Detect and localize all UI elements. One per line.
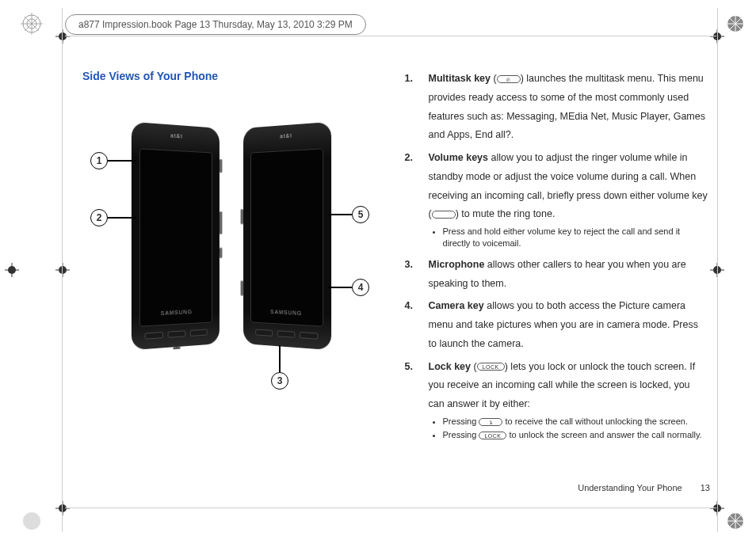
page-number: 13 [701,483,710,492]
document-header-tag: a877 Impression.book Page 13 Thursday, M… [65,14,366,35]
multitask-key-icon: ⎚ [497,75,521,83]
sub-bullet: Pressing LOCK to unlock the screen and a… [443,429,708,441]
registration-mark-icon [21,13,43,35]
feature-item-microphone: 3. Microphone allows other callers to he… [405,256,708,294]
phone-carrier-label: at&t [280,132,292,139]
crop-guide-line [62,8,63,532]
feature-item-lock: 5. Lock key (LOCK) lets you lock or unlo… [405,358,708,443]
crop-mark-icon [5,263,19,277]
callout-2: 2 [90,209,136,226]
crop-guide-line [65,36,716,36]
crop-mark-icon [55,263,70,277]
crop-guide-line [717,8,718,532]
sub-bullet: Press and hold either volume key to reje… [443,226,708,250]
registration-mark-icon [21,510,43,532]
callout-5: 5 [328,206,369,223]
feature-item-camera: 4. Camera key allows you to both access … [405,297,708,353]
registration-mark-icon [724,510,746,532]
feature-list: 1. Multitask key (⎚) launches the multit… [405,70,708,443]
phone-left-side-view: at&t SAMSUNG [132,122,220,350]
feature-item-multitask: 1. Multitask key (⎚) launches the multit… [405,70,708,145]
lock-key-icon: LOCK [477,363,505,371]
phone-right-side-view: at&t SAMSUNG [243,122,331,350]
answer-key-icon: ↴ [479,418,502,426]
callout-4: 4 [328,279,369,296]
crop-guide-line [65,508,716,508]
lock-key-icon: LOCK [479,432,506,439]
footer-section-name: Understanding Your Phone [578,483,682,492]
page-footer: Understanding Your Phone 13 [578,483,710,492]
callout-1: 1 [90,152,136,169]
crop-mark-icon [55,501,70,515]
section-heading: Side Views of Your Phone [82,70,383,82]
phone-carrier-label: at&t [170,132,182,139]
callout-3: 3 [271,345,288,390]
volume-key-icon [432,211,456,219]
svg-point-3 [23,512,40,530]
feature-item-volume: 2. Volume keys allow you to adjust the r… [405,149,708,252]
phone-diagram: at&t SAMSUNG at&t SAMSUNG 1 2 5 4 3 [98,106,368,415]
registration-mark-icon [724,13,746,35]
sub-bullet: Pressing ↴ to receive the call without u… [443,416,708,428]
